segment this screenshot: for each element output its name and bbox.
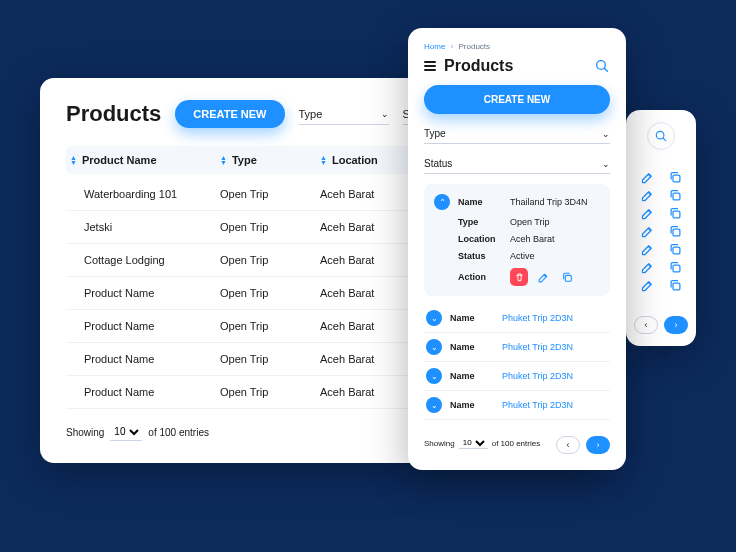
create-button[interactable]: CREATE NEW: [175, 100, 284, 128]
edit-button[interactable]: [638, 258, 656, 276]
breadcrumb-separator: ›: [451, 42, 454, 51]
field-value: Aceh Barat: [510, 234, 555, 244]
edit-button[interactable]: [638, 186, 656, 204]
next-page-button[interactable]: ›: [664, 316, 688, 334]
breadcrumb-current: Products: [458, 42, 490, 51]
page-size-select[interactable]: 10: [459, 437, 488, 449]
pager-showing: Showing: [66, 427, 104, 438]
copy-button[interactable]: [666, 222, 684, 240]
expanded-row: ⌄NameThailand Trip 3D4N TypeOpen Trip Lo…: [424, 184, 610, 296]
sort-icon: ▲▼: [320, 155, 327, 165]
cell-type: Open Trip: [220, 287, 320, 299]
type-filter-label: Type: [299, 108, 323, 120]
copy-button[interactable]: [666, 276, 684, 294]
field-label: Name: [450, 313, 502, 323]
cell-type: Open Trip: [220, 188, 320, 200]
next-page-button[interactable]: ›: [586, 436, 610, 454]
field-value: Thailand Trip 3D4N: [510, 197, 588, 207]
prev-page-button[interactable]: ‹: [634, 316, 658, 334]
sort-icon: ▲▼: [220, 155, 227, 165]
pager-showing: Showing: [424, 439, 455, 448]
row-actions: [638, 222, 684, 240]
cell-name: Waterboarding 101: [70, 188, 220, 200]
product-link[interactable]: Phuket Trip 2D3N: [502, 342, 573, 352]
copy-button[interactable]: [666, 186, 684, 204]
edit-button[interactable]: [638, 204, 656, 222]
field-label: Location: [458, 234, 510, 244]
actions-pager: ‹ ›: [634, 316, 688, 334]
breadcrumb: Home › Products: [424, 42, 610, 51]
field-label: Name: [458, 197, 510, 207]
edit-button[interactable]: [638, 168, 656, 186]
cell-name: Product Name: [70, 353, 220, 365]
mobile-pager: Showing 10 of 100 entries ‹ ›: [424, 432, 610, 454]
col-type[interactable]: ▲▼Type: [220, 154, 320, 166]
row-actions: [638, 276, 684, 294]
cell-type: Open Trip: [220, 221, 320, 233]
field-label: Name: [450, 371, 502, 381]
cell-type: Open Trip: [220, 386, 320, 398]
type-filter[interactable]: Type ⌄: [299, 104, 389, 125]
product-link[interactable]: Phuket Trip 2D3N: [502, 400, 573, 410]
copy-button[interactable]: [558, 268, 576, 286]
field-value: Open Trip: [510, 217, 550, 227]
cell-name: Product Name: [70, 287, 220, 299]
field-value: Active: [510, 251, 535, 261]
collapsed-row[interactable]: ⌄NamePhuket Trip 2D3N: [424, 304, 610, 333]
cell-type: Open Trip: [220, 353, 320, 365]
mobile-create-button[interactable]: CREATE NEW: [424, 85, 610, 114]
cell-name: Cottage Lodging: [70, 254, 220, 266]
edit-button[interactable]: [638, 240, 656, 258]
product-link[interactable]: Phuket Trip 2D3N: [502, 371, 573, 381]
chevron-down-icon: ⌄: [602, 159, 610, 169]
search-button[interactable]: [647, 122, 675, 150]
cell-name: Product Name: [70, 320, 220, 332]
expand-toggle[interactable]: ⌄: [426, 339, 442, 355]
sort-icon: ▲▼: [70, 155, 77, 165]
cell-name: Product Name: [70, 386, 220, 398]
cell-type: Open Trip: [220, 320, 320, 332]
expand-toggle[interactable]: ⌄: [426, 368, 442, 384]
edit-button[interactable]: [534, 268, 552, 286]
expand-toggle[interactable]: ⌄: [426, 397, 442, 413]
field-label: Name: [450, 400, 502, 410]
row-actions: [638, 186, 684, 204]
edit-button[interactable]: [638, 276, 656, 294]
row-actions: [638, 204, 684, 222]
page-title: Products: [66, 101, 161, 127]
breadcrumb-home[interactable]: Home: [424, 42, 445, 51]
collapse-toggle[interactable]: ⌄: [434, 194, 450, 210]
product-link[interactable]: Phuket Trip 2D3N: [502, 313, 573, 323]
menu-icon[interactable]: [424, 61, 436, 71]
copy-button[interactable]: [666, 204, 684, 222]
collapsed-row[interactable]: ⌄NamePhuket Trip 2D3N: [424, 333, 610, 362]
search-icon[interactable]: [594, 58, 610, 74]
cell-type: Open Trip: [220, 254, 320, 266]
mobile-type-filter[interactable]: Type⌄: [424, 124, 610, 144]
mobile-panel: Home › Products Products CREATE NEW Type…: [408, 28, 626, 470]
col-product-name[interactable]: ▲▼Product Name: [70, 154, 220, 166]
collapsed-row[interactable]: ⌄NamePhuket Trip 2D3N: [424, 391, 610, 420]
mobile-title: Products: [444, 57, 513, 75]
copy-button[interactable]: [666, 168, 684, 186]
field-label: Name: [450, 342, 502, 352]
pager-of: of 100 entries: [148, 427, 209, 438]
copy-button[interactable]: [666, 258, 684, 276]
row-actions: [638, 240, 684, 258]
actions-panel: ‹ ›: [626, 110, 696, 346]
prev-page-button[interactable]: ‹: [556, 436, 580, 454]
collapsed-row[interactable]: ⌄NamePhuket Trip 2D3N: [424, 362, 610, 391]
copy-button[interactable]: [666, 240, 684, 258]
field-label: Type: [458, 217, 510, 227]
edit-button[interactable]: [638, 222, 656, 240]
row-actions: [638, 168, 684, 186]
field-label: Action: [458, 272, 510, 282]
field-label: Status: [458, 251, 510, 261]
page-size-select[interactable]: 10: [110, 423, 142, 441]
mobile-status-filter[interactable]: Status⌄: [424, 154, 610, 174]
expand-toggle[interactable]: ⌄: [426, 310, 442, 326]
chevron-down-icon: ⌄: [381, 109, 389, 119]
chevron-down-icon: ⌄: [602, 129, 610, 139]
row-actions: [638, 258, 684, 276]
delete-button[interactable]: [510, 268, 528, 286]
